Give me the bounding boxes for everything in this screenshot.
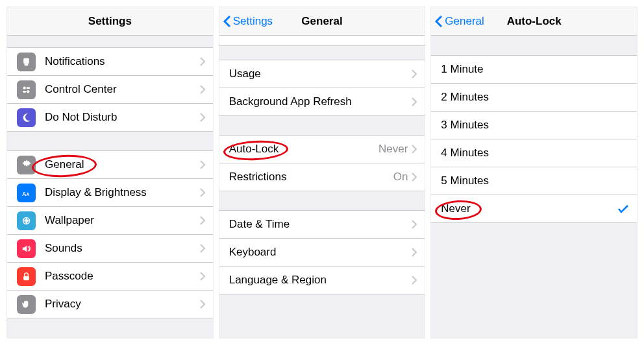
settings-screen: Settings Notifications Control Center	[6, 6, 214, 339]
row-sounds[interactable]: Sounds	[7, 234, 213, 263]
checkmark-icon	[617, 204, 629, 213]
option-3-minutes[interactable]: 3 Minutes	[431, 111, 637, 139]
moon-icon	[17, 108, 36, 127]
back-label: Settings	[233, 15, 273, 28]
text-size-icon: AA	[17, 184, 36, 202]
row-do-not-disturb[interactable]: Do Not Disturb	[7, 103, 213, 132]
row-label: Language & Region	[229, 274, 412, 287]
chevron-right-icon	[200, 85, 205, 94]
row-control-center[interactable]: Control Center	[7, 75, 213, 104]
svg-rect-3	[27, 87, 31, 89]
navbar: General Auto-Lock	[431, 7, 637, 36]
row-wallpaper[interactable]: Wallpaper	[7, 206, 213, 235]
svg-rect-5	[23, 90, 27, 92]
chevron-right-icon	[412, 248, 417, 257]
general-content: Usage Background App Refresh Auto-Lock N…	[219, 36, 425, 338]
row-label: Restrictions	[229, 171, 393, 184]
option-never[interactable]: Never	[431, 195, 637, 223]
chevron-right-icon	[412, 69, 417, 78]
chevron-right-icon	[412, 172, 417, 182]
row-label: Wallpaper	[45, 214, 200, 227]
chevron-right-icon	[412, 276, 417, 285]
row-restrictions[interactable]: Restrictions On	[219, 163, 425, 191]
option-4-minutes[interactable]: 4 Minutes	[431, 139, 637, 167]
row-general[interactable]: General	[7, 150, 213, 179]
chevron-right-icon	[200, 244, 205, 253]
row-auto-lock[interactable]: Auto-Lock Never	[219, 135, 425, 163]
row-label: Date & Time	[229, 218, 412, 231]
chevron-right-icon	[200, 188, 205, 197]
row-label: Auto-Lock	[229, 143, 378, 156]
option-label: 3 Minutes	[441, 119, 629, 132]
row-label: Privacy	[45, 298, 200, 311]
hand-icon	[17, 295, 36, 314]
svg-rect-0	[23, 58, 29, 64]
row-label: Sounds	[45, 242, 200, 255]
svg-point-2	[23, 86, 26, 89]
navbar: Settings	[7, 7, 213, 36]
wallpaper-icon	[17, 211, 36, 230]
option-5-minutes[interactable]: 5 Minutes	[431, 167, 637, 195]
row-keyboard[interactable]: Keyboard	[219, 238, 425, 267]
chevron-left-icon	[223, 15, 231, 28]
svg-point-4	[27, 90, 29, 93]
svg-text:A: A	[22, 190, 26, 196]
gear-icon	[17, 156, 36, 174]
notifications-icon	[17, 53, 36, 71]
control-center-icon	[17, 80, 36, 99]
speaker-icon	[17, 239, 36, 258]
chevron-right-icon	[412, 220, 417, 229]
row-label: Notifications	[45, 55, 200, 68]
chevron-right-icon	[200, 57, 205, 66]
option-label: 2 Minutes	[441, 91, 629, 104]
navbar: Settings General	[219, 7, 425, 36]
back-label: General	[445, 15, 484, 28]
row-background-app-refresh[interactable]: Background App Refresh	[219, 88, 425, 116]
settings-content: Notifications Control Center Do Not Dist	[7, 36, 213, 338]
chevron-left-icon	[435, 15, 443, 28]
row-privacy[interactable]: Privacy	[7, 290, 213, 318]
row-label: Control Center	[45, 83, 200, 96]
navbar-title: Auto-Lock	[507, 15, 562, 28]
chevron-right-icon	[412, 97, 417, 106]
chevron-right-icon	[200, 216, 205, 225]
row-value: Never	[378, 143, 408, 156]
row-label: Keyboard	[229, 246, 412, 259]
autolock-screen: General Auto-Lock 1 Minute 2 Minutes 3 M…	[430, 6, 638, 339]
row-label: Passcode	[45, 270, 200, 283]
row-date-time[interactable]: Date & Time	[219, 210, 425, 239]
row-value: On	[393, 171, 408, 184]
option-label: 5 Minutes	[441, 174, 629, 187]
row-label: Usage	[229, 67, 412, 80]
back-button[interactable]: General	[435, 7, 484, 36]
chevron-right-icon	[200, 300, 205, 309]
option-2-minutes[interactable]: 2 Minutes	[431, 83, 637, 112]
svg-rect-13	[23, 276, 29, 280]
back-button[interactable]: Settings	[223, 7, 273, 36]
row-language-region[interactable]: Language & Region	[219, 266, 425, 294]
row-passcode[interactable]: Passcode	[7, 262, 213, 291]
lock-icon	[17, 267, 36, 286]
navbar-title: Settings	[88, 15, 132, 28]
chevron-right-icon	[200, 160, 205, 169]
autolock-content: 1 Minute 2 Minutes 3 Minutes 4 Minutes 5…	[431, 36, 637, 338]
row-label: General	[45, 158, 200, 171]
row-usage[interactable]: Usage	[219, 60, 425, 88]
svg-text:A: A	[27, 191, 30, 196]
row-label: Background App Refresh	[229, 95, 412, 108]
row-label: Do Not Disturb	[45, 111, 200, 124]
chevron-right-icon	[200, 272, 205, 281]
general-screen: Settings General Usage Background App Re…	[219, 6, 426, 339]
row-notifications[interactable]: Notifications	[7, 47, 213, 76]
option-1-minute[interactable]: 1 Minute	[431, 55, 637, 84]
row-label: Display & Brightness	[45, 186, 200, 199]
svg-rect-1	[25, 64, 29, 65]
option-label: 1 Minute	[441, 63, 629, 76]
chevron-right-icon	[412, 145, 417, 154]
row-display-brightness[interactable]: AA Display & Brightness	[7, 178, 213, 207]
chevron-right-icon	[200, 113, 205, 122]
option-label: 4 Minutes	[441, 147, 629, 160]
option-label: Never	[441, 202, 617, 215]
navbar-title: General	[301, 15, 342, 28]
